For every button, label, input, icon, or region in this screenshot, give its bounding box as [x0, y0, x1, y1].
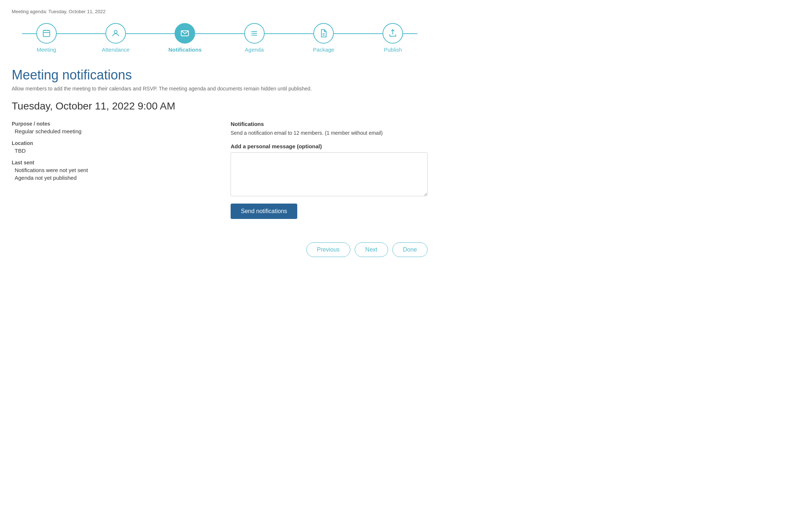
meeting-datetime: Tuesday, October 11, 2022 9:00 AM [12, 100, 428, 112]
last-sent-line1: Notifications were not yet sent [12, 167, 209, 173]
notifications-text: Send a notification email to 12 members.… [231, 130, 428, 136]
step-label-package: Package [313, 46, 334, 53]
location-value: TBD [12, 148, 209, 154]
step-notifications[interactable]: Notifications [150, 23, 220, 53]
step-circle-notifications [175, 23, 195, 44]
previous-button[interactable]: Previous [306, 242, 350, 257]
svg-rect-0 [43, 30, 50, 37]
step-agenda[interactable]: Agenda [220, 23, 289, 53]
purpose-label: Purpose / notes [12, 121, 209, 127]
person-icon [111, 29, 120, 38]
bottom-nav: Previous Next Done [12, 237, 428, 257]
step-meeting[interactable]: Meeting [12, 23, 81, 53]
purpose-value: Regular scheduled meeting [12, 128, 209, 134]
breadcrumb: Meeting agenda: Tuesday, October 11, 202… [12, 9, 428, 14]
svg-point-11 [251, 35, 251, 36]
step-circle-attendance [105, 23, 126, 44]
last-sent-label: Last sent [12, 160, 209, 165]
personal-message-label: Add a personal message (optional) [231, 143, 428, 149]
document-icon [319, 29, 328, 38]
location-label: Location [12, 140, 209, 146]
personal-message-input[interactable] [231, 152, 428, 196]
send-notifications-button[interactable]: Send notifications [231, 204, 297, 219]
step-circle-publish [383, 23, 403, 44]
step-publish[interactable]: Publish [358, 23, 428, 53]
step-label-attendance: Attendance [102, 46, 130, 53]
svg-point-4 [114, 30, 117, 33]
step-label-agenda: Agenda [245, 46, 264, 53]
content-columns: Purpose / notes Regular scheduled meetin… [12, 121, 428, 219]
notifications-label: Notifications [231, 121, 428, 127]
envelope-icon [180, 29, 189, 38]
step-circle-agenda [244, 23, 265, 44]
done-button[interactable]: Done [392, 242, 428, 257]
page-subtitle: Allow members to add the meeting to thei… [12, 86, 428, 92]
page-title: Meeting notifications [12, 67, 428, 83]
step-circle-meeting [36, 23, 57, 44]
col-right: Notifications Send a notification email … [231, 121, 428, 219]
col-left: Purpose / notes Regular scheduled meetin… [12, 121, 209, 219]
list-icon [250, 29, 259, 38]
last-sent-line2: Agenda not yet published [12, 175, 209, 181]
step-circle-package [313, 23, 334, 44]
step-label-notifications: Notifications [168, 46, 202, 53]
svg-point-9 [251, 31, 251, 32]
stepper: Meeting Attendance Notifications [12, 23, 428, 53]
step-package[interactable]: Package [289, 23, 358, 53]
calendar-icon [42, 29, 51, 38]
svg-point-10 [251, 33, 251, 34]
step-label-meeting: Meeting [37, 46, 56, 53]
step-label-publish: Publish [384, 46, 402, 53]
upload-icon [388, 29, 397, 38]
step-attendance[interactable]: Attendance [81, 23, 150, 53]
next-button[interactable]: Next [355, 242, 388, 257]
